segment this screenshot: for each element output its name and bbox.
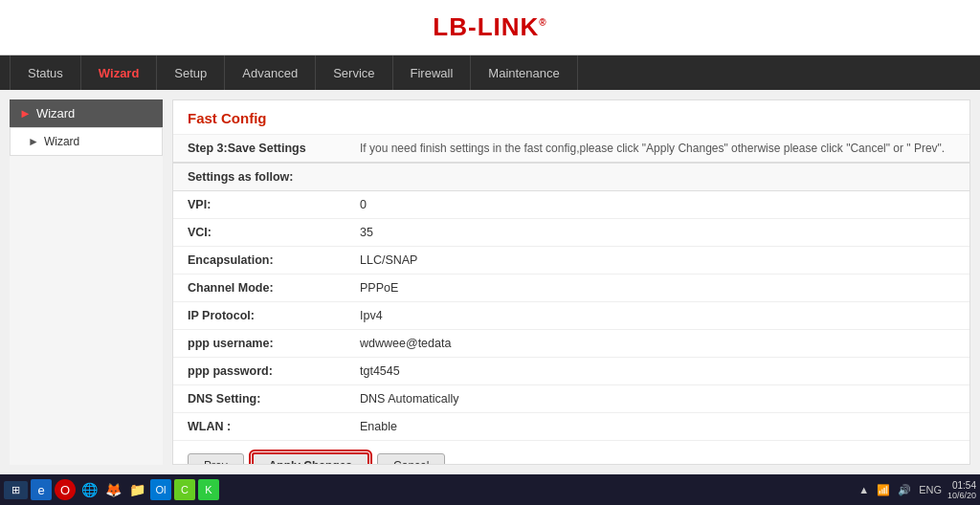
table-row: Encapsulation: LLC/SNAP xyxy=(173,247,969,274)
sub-arrow-icon: ► xyxy=(28,135,39,148)
table-row: WLAN : Enable xyxy=(173,413,969,441)
taskbar-kaspersky-icon[interactable]: K xyxy=(198,479,219,500)
tray-sound-icon[interactable]: 🔊 xyxy=(896,484,913,496)
channel-label: Channel Mode: xyxy=(173,274,345,302)
taskbar-chrome-icon[interactable]: 🌐 xyxy=(78,479,100,500)
settings-header-row: Settings as follow: xyxy=(173,163,969,191)
nav-maintenance[interactable]: Maintenance xyxy=(471,55,577,90)
nav-wizard[interactable]: Wizard xyxy=(81,55,158,90)
content-panel: Fast Config Step 3:Save Settings If you … xyxy=(172,99,970,465)
taskbar-outlook-icon[interactable]: Ol xyxy=(150,479,171,500)
table-row: DNS Setting: DNS Automatically xyxy=(173,385,969,413)
nav-advanced[interactable]: Advanced xyxy=(225,55,316,90)
table-row: ppp password: tgt4545 xyxy=(173,358,969,385)
apply-changes-button[interactable]: Apply Changes xyxy=(252,452,369,465)
save-step-label: Step 3:Save Settings xyxy=(173,135,345,163)
table-row: ppp username: wdwwee@tedata xyxy=(173,330,969,358)
cancel-button[interactable]: Cancel xyxy=(377,453,445,465)
taskbar-citrix-icon[interactable]: C xyxy=(174,479,195,500)
save-step-row: Step 3:Save Settings If you need finish … xyxy=(173,135,969,163)
vci-value: 35 xyxy=(345,219,969,247)
nav-bar: Status Wizard Setup Advanced Service Fir… xyxy=(0,55,980,90)
sidebar-label-wizard-active: Wizard xyxy=(36,106,75,121)
clock-date: 10/6/20 xyxy=(947,491,976,500)
windows-icon: ⊞ xyxy=(11,484,20,496)
taskbar-ie-icon[interactable]: e xyxy=(31,479,52,500)
taskbar-right: ▲ 📶 🔊 ENG 01:54 10/6/20 xyxy=(857,480,976,500)
ppp-pass-label: ppp password: xyxy=(173,358,345,385)
encap-value: LLC/SNAP xyxy=(345,247,969,274)
tray-arrow-icon[interactable]: ▲ xyxy=(857,484,871,495)
taskbar-firefox-icon[interactable]: 🦊 xyxy=(102,479,123,500)
table-row: IP Protocol: Ipv4 xyxy=(173,302,969,330)
clock-time: 01:54 xyxy=(952,480,976,491)
vci-label: VCI: xyxy=(173,219,345,247)
sidebar: ► Wizard ► Wizard xyxy=(10,99,163,465)
vpi-label: VPI: xyxy=(173,191,345,219)
table-row: Channel Mode: PPPoE xyxy=(173,274,969,302)
prev-button[interactable]: Prev xyxy=(188,453,244,465)
taskbar-clock[interactable]: 01:54 10/6/20 xyxy=(947,480,976,500)
ppp-pass-value: tgt4545 xyxy=(345,358,969,385)
logo: LB-LINK® xyxy=(433,12,546,42)
nav-firewall[interactable]: Firewall xyxy=(393,55,472,90)
main-content: ► Wizard ► Wizard Fast Config Step 3:Sav… xyxy=(0,90,980,474)
settings-header-cell: Settings as follow: xyxy=(173,163,969,191)
save-step-desc: If you need finish settings in the fast … xyxy=(345,135,969,163)
router-header: LB-LINK® xyxy=(0,0,980,55)
ppp-user-label: ppp username: xyxy=(173,330,345,358)
nav-setup[interactable]: Setup xyxy=(157,55,225,90)
taskbar: ⊞ e O 🌐 🦊 📁 Ol C K ▲ 📶 🔊 ENG 01:54 10/6/… xyxy=(0,474,980,505)
dns-label: DNS Setting: xyxy=(173,385,345,413)
logo-lb: LB xyxy=(433,12,468,41)
sidebar-item-wizard-sub[interactable]: ► Wizard xyxy=(10,127,163,156)
taskbar-opera-icon[interactable]: O xyxy=(55,479,76,500)
tray-lang-icon[interactable]: ENG xyxy=(917,484,944,495)
start-button[interactable]: ⊞ xyxy=(4,481,28,499)
table-row: VCI: 35 xyxy=(173,219,969,247)
wlan-value: Enable xyxy=(345,413,969,441)
tray-network-icon[interactable]: 📶 xyxy=(875,484,892,496)
dns-value: DNS Automatically xyxy=(345,385,969,413)
ip-value: Ipv4 xyxy=(345,302,969,330)
fast-config-table: Step 3:Save Settings If you need finish … xyxy=(173,135,969,441)
sidebar-label-wizard-sub: Wizard xyxy=(44,135,79,148)
button-row: Prev Apply Changes Cancel xyxy=(173,441,969,465)
taskbar-folder-icon[interactable]: 📁 xyxy=(126,479,147,500)
nav-status[interactable]: Status xyxy=(10,55,81,90)
channel-value: PPPoE xyxy=(345,274,969,302)
arrow-icon: ► xyxy=(19,106,32,121)
sidebar-item-wizard-active[interactable]: ► Wizard xyxy=(10,99,163,127)
ppp-user-value: wdwwee@tedata xyxy=(345,330,969,358)
panel-title: Fast Config xyxy=(173,100,969,135)
nav-service[interactable]: Service xyxy=(316,55,392,90)
vpi-value: 0 xyxy=(345,191,969,219)
table-row: VPI: 0 xyxy=(173,191,969,219)
ip-label: IP Protocol: xyxy=(173,302,345,330)
wlan-label: WLAN : xyxy=(173,413,345,441)
encap-label: Encapsulation: xyxy=(173,247,345,274)
